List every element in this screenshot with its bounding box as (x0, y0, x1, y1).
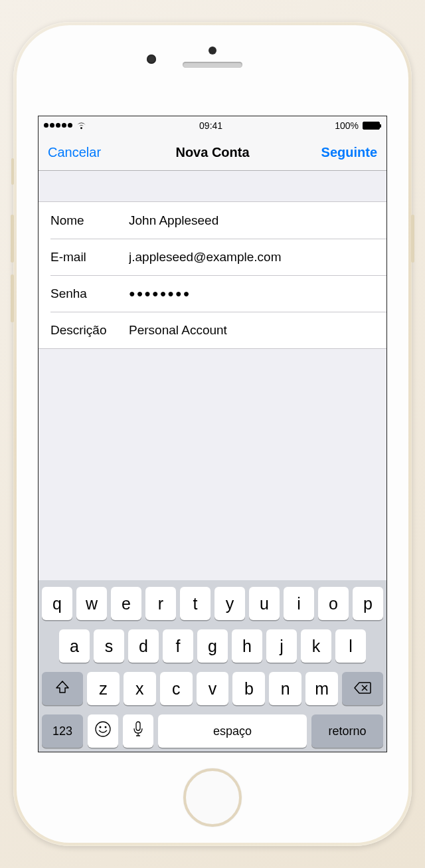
description-input[interactable] (129, 323, 375, 338)
key-h[interactable]: h (232, 629, 262, 663)
password-label: Senha (50, 286, 129, 301)
nav-bar: Cancelar Nova Conta Seguinte (39, 135, 386, 171)
svg-rect-3 (136, 722, 140, 730)
key-x[interactable]: x (124, 672, 156, 705)
emoji-icon (94, 720, 112, 742)
account-form: Nome E-mail Senha ●●●●●●●● Descrição (39, 201, 386, 349)
name-row[interactable]: Nome (39, 202, 386, 239)
svg-point-2 (105, 726, 107, 728)
key-u[interactable]: u (249, 587, 280, 620)
key-o[interactable]: o (318, 587, 349, 620)
key-g[interactable]: g (197, 629, 228, 663)
password-row[interactable]: Senha ●●●●●●●● (50, 275, 386, 312)
backspace-key[interactable] (342, 672, 383, 705)
return-key[interactable]: retorno (311, 714, 383, 748)
microphone-icon (133, 721, 143, 741)
dictation-key[interactable] (123, 714, 153, 748)
battery-percent: 100% (335, 120, 359, 131)
key-n[interactable]: n (269, 672, 301, 705)
key-b[interactable]: b (232, 672, 265, 705)
wifi-icon (76, 122, 87, 130)
home-button[interactable] (183, 768, 242, 827)
emoji-key[interactable] (88, 714, 118, 748)
key-p[interactable]: p (353, 587, 383, 620)
key-s[interactable]: s (94, 629, 124, 663)
volume-up-button (11, 215, 14, 263)
key-r[interactable]: r (145, 587, 176, 620)
key-j[interactable]: j (266, 629, 297, 663)
phone-shell: 09:41 100% Cancelar Nova Conta Seguinte … (13, 22, 412, 846)
status-bar: 09:41 100% (39, 116, 386, 135)
earpiece-speaker (183, 62, 242, 68)
status-time: 09:41 (199, 120, 222, 131)
shift-icon (55, 679, 70, 699)
space-key[interactable]: espaço (158, 714, 307, 748)
key-y[interactable]: y (214, 587, 245, 620)
key-z[interactable]: z (87, 672, 120, 705)
front-camera (147, 54, 156, 64)
email-label: E-mail (50, 250, 129, 265)
key-f[interactable]: f (163, 629, 193, 663)
name-input[interactable] (129, 213, 375, 228)
keyboard: qwertyuiop asdfghjkl zxcvbnm (39, 580, 386, 752)
power-button (411, 215, 414, 263)
screen: 09:41 100% Cancelar Nova Conta Seguinte … (38, 116, 387, 752)
name-label: Nome (50, 213, 129, 228)
svg-point-1 (100, 726, 102, 728)
next-button[interactable]: Seguinte (321, 145, 377, 160)
key-c[interactable]: c (160, 672, 193, 705)
numbers-key[interactable]: 123 (42, 714, 83, 748)
password-input[interactable]: ●●●●●●●● (129, 288, 375, 300)
backspace-icon (354, 679, 371, 699)
mute-switch (11, 158, 14, 185)
key-w[interactable]: w (76, 587, 107, 620)
key-t[interactable]: t (180, 587, 211, 620)
proximity-sensor (209, 47, 216, 54)
signal-strength-icon (44, 123, 72, 128)
volume-down-button (11, 274, 14, 322)
key-q[interactable]: q (42, 587, 72, 620)
key-a[interactable]: a (59, 629, 90, 663)
description-row[interactable]: Descrição (50, 312, 386, 348)
key-k[interactable]: k (301, 629, 331, 663)
email-input[interactable] (129, 250, 375, 265)
description-label: Descrição (50, 323, 129, 338)
key-m[interactable]: m (305, 672, 338, 705)
page-title: Nova Conta (175, 145, 249, 160)
key-e[interactable]: e (111, 587, 141, 620)
email-row[interactable]: E-mail (50, 239, 386, 275)
key-d[interactable]: d (128, 629, 159, 663)
key-i[interactable]: i (284, 587, 314, 620)
battery-icon (361, 122, 381, 130)
svg-point-0 (96, 722, 110, 736)
shift-key[interactable] (42, 672, 83, 705)
key-l[interactable]: l (335, 629, 366, 663)
key-v[interactable]: v (197, 672, 229, 705)
cancel-button[interactable]: Cancelar (48, 145, 101, 160)
